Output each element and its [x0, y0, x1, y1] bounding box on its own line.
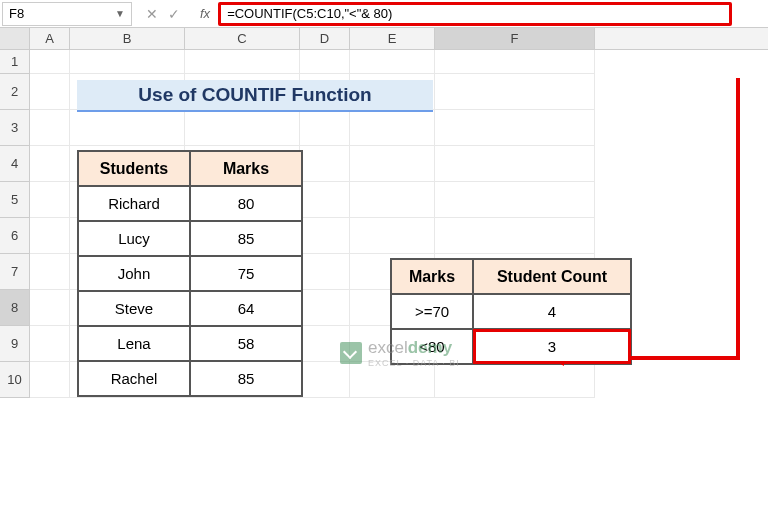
col-header-C[interactable]: C — [185, 28, 300, 49]
th-marks-range: Marks — [391, 259, 473, 294]
col-header-F[interactable]: F — [435, 28, 595, 49]
row-header-9[interactable]: 9 — [0, 326, 30, 362]
table-cell[interactable]: >=70 — [391, 294, 473, 329]
col-header-E[interactable]: E — [350, 28, 435, 49]
table-cell[interactable]: 64 — [190, 291, 302, 326]
table-cell[interactable]: Lena — [78, 326, 190, 361]
watermark-brand: exceldemy — [368, 338, 460, 358]
table-cell[interactable]: 85 — [190, 361, 302, 396]
row-header-2[interactable]: 2 — [0, 74, 30, 110]
watermark-sub: EXCEL · DATA · BI — [368, 358, 460, 368]
row-header-6[interactable]: 6 — [0, 218, 30, 254]
fx-icon[interactable]: fx — [192, 6, 218, 21]
formula-bar: F8 ▼ ✕ ✓ fx =COUNTIF(C5:C10,"<"& 80) — [0, 0, 768, 28]
th-students: Students — [78, 151, 190, 186]
cancel-icon[interactable]: ✕ — [146, 6, 158, 22]
table-cell[interactable]: Rachel — [78, 361, 190, 396]
row-header-10[interactable]: 10 — [0, 362, 30, 398]
formula-bar-icons: ✕ ✓ — [134, 6, 192, 22]
cells-area[interactable]: Use of COUNTIF Function Students Marks R… — [30, 50, 768, 398]
table-cell[interactable]: Lucy — [78, 221, 190, 256]
table-cell[interactable]: Steve — [78, 291, 190, 326]
col-header-A[interactable]: A — [30, 28, 70, 49]
col-header-D[interactable]: D — [300, 28, 350, 49]
row-header-3[interactable]: 3 — [0, 110, 30, 146]
table-cell[interactable]: John — [78, 256, 190, 291]
row-header-5[interactable]: 5 — [0, 182, 30, 218]
name-box[interactable]: F8 ▼ — [2, 2, 132, 26]
select-all-corner[interactable] — [0, 28, 30, 49]
confirm-icon[interactable]: ✓ — [168, 6, 180, 22]
logo-icon — [340, 342, 362, 364]
row-header-8[interactable]: 8 — [0, 290, 30, 326]
row-header-1[interactable]: 1 — [0, 50, 30, 74]
name-box-value: F8 — [9, 6, 115, 21]
th-student-count: Student Count — [473, 259, 631, 294]
table-cell[interactable]: Richard — [78, 186, 190, 221]
row-header-7[interactable]: 7 — [0, 254, 30, 290]
active-cell-F8[interactable]: 3 — [473, 329, 631, 364]
formula-text: =COUNTIF(C5:C10,"<"& 80) — [227, 6, 392, 21]
table-cell[interactable]: 80 — [190, 186, 302, 221]
table-cell[interactable]: 85 — [190, 221, 302, 256]
watermark: exceldemy EXCEL · DATA · BI — [340, 338, 460, 368]
th-marks: Marks — [190, 151, 302, 186]
grid: 1 2 3 4 5 6 7 8 9 10 Use of COUNTIF Func… — [0, 50, 768, 398]
page-title: Use of COUNTIF Function — [77, 80, 433, 112]
students-table: Students Marks Richard80 Lucy85 John75 S… — [77, 150, 303, 397]
chevron-down-icon[interactable]: ▼ — [115, 8, 125, 19]
row-headers: 1 2 3 4 5 6 7 8 9 10 — [0, 50, 30, 398]
col-header-B[interactable]: B — [70, 28, 185, 49]
annotation-arrow — [736, 78, 740, 360]
table-cell[interactable]: 58 — [190, 326, 302, 361]
column-headers: A B C D E F — [0, 28, 768, 50]
formula-input[interactable]: =COUNTIF(C5:C10,"<"& 80) — [218, 2, 732, 26]
table-cell[interactable]: 75 — [190, 256, 302, 291]
row-header-4[interactable]: 4 — [0, 146, 30, 182]
table-cell[interactable]: 4 — [473, 294, 631, 329]
